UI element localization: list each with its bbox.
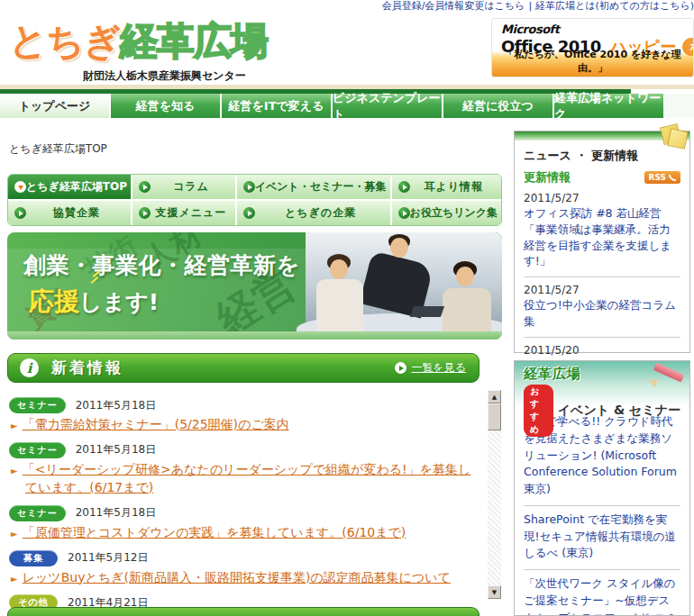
news-item: セミナー 2011年5月18日 ►「電力需給対策セミナー」(5/25開催)のご案… (9, 397, 476, 434)
arrow-bullet-icon: ► (11, 574, 18, 584)
ad-tagline: 「私たちが、Office 2010 を好きな理由。」 (492, 48, 693, 75)
tab-useful-for-management[interactable]: 経営に役立つ (443, 94, 554, 118)
site-logo[interactable]: とちぎ経革広場 (9, 16, 268, 67)
whats-new-title: 新着情報 (51, 358, 123, 378)
menu-item-event-seminar[interactable]: イベント・セミナー・募集 (237, 175, 390, 199)
microsoft-logo: Microsoft (501, 23, 693, 36)
breadcrumb: とちぎ経革広場TOP (9, 141, 107, 157)
event-link[interactable]: 「次世代ワーク スタイル像のご提案セミナー」~仮想デスクトップとユニファイド コ… (524, 575, 680, 616)
view-all-link[interactable]: 一覧を見る (411, 360, 466, 376)
sidebar-events-box: 経革広場 おすすめ イベント & セミナー 1 日で学べる!! クラウド時代を見… (514, 360, 690, 616)
update-link[interactable]: オフィス探訪 #8 若山経営「事業領域は事業継承。活力経営を目指す企業を支援しま… (524, 205, 680, 269)
whats-new-header: i 新着情報 一覧を見る (7, 353, 479, 383)
category-badge: セミナー (9, 442, 66, 458)
whats-new-list: セミナー 2011年5月18日 ►「電力需給対策セミナー」(5/25開催)のご案… (7, 387, 502, 602)
info-icon: i (20, 358, 39, 377)
update-item: 2011/5/27 役立つ!中小企業の経営コラム集 (524, 284, 680, 330)
about-site-link[interactable]: 経革広場とは(初めての方はこちら) (535, 0, 694, 12)
update-item: 2011/5/27 オフィス探訪 #8 若山経営「事業領域は事業継承。活力経営を… (524, 192, 680, 269)
news-date: 2011年5月12日 (68, 550, 148, 566)
arrow-bullet-icon: ► (11, 529, 18, 539)
section-menu-grid: とちぎ経革広場TOP コラム イベント・セミナー・募集 耳より情報 協賛企業 支… (7, 174, 502, 226)
sticky-notes-icon (657, 124, 688, 151)
hero-photo-business-people (306, 232, 502, 331)
menu-play-icon (139, 207, 151, 219)
arrow-bullet-icon: ► (11, 421, 18, 430)
divider (524, 337, 680, 338)
tab-network[interactable]: 経革広場ネットワーク (554, 94, 665, 118)
top-utility-bar: 会員登録/会員情報変更はこちら|経革広場とは(初めての方はこちら) (0, 0, 694, 13)
organization-name: 財団法人栃木県産業振興センター (83, 68, 246, 84)
scroll-up-icon[interactable]: ▲ (488, 390, 501, 403)
menu-play-icon (398, 207, 410, 219)
menu-play-icon (139, 181, 151, 193)
events-title: イベント & セミナー (558, 403, 680, 419)
menu-play-icon (243, 181, 255, 193)
tab-business-template[interactable]: ビジネステンプレート (333, 94, 443, 118)
menu-arrow-down-icon (14, 181, 26, 193)
update-info-label: 更新情報 (524, 169, 571, 186)
tab-know-management[interactable]: 経営を知る (111, 94, 222, 118)
divider (524, 505, 680, 506)
update-date: 2011/5/27 (524, 284, 680, 296)
next-section-header-cutoff (7, 607, 479, 616)
rss-icon[interactable]: RSS (644, 171, 681, 184)
scrollbar-thumb[interactable] (488, 403, 501, 430)
news-link[interactable]: 「電力需給対策セミナー」(5/25開催)のご案内 (23, 417, 289, 431)
news-date: 2011年5月18日 (76, 398, 156, 413)
news-link[interactable]: 「<リーダーシップ研修>あなたのリーダーシップで組織が変わる!」を募集しています… (23, 462, 471, 494)
menu-item-tochigi-companies[interactable]: とちぎの企業 (237, 201, 390, 225)
sidebar-news-box: ニュース ・ 更新情報 更新情報 RSS 2011/5/27 オフィス探訪 #8… (514, 131, 690, 353)
news-item: セミナー 2011年5月18日 ►「原価管理とコストダウンの実践」を募集していま… (9, 505, 476, 542)
member-register-link[interactable]: 会員登録/会員情報変更はこちら (382, 0, 525, 12)
play-circle-icon (395, 362, 406, 374)
site-logo-tochigi: とちぎ (9, 19, 120, 63)
pencil-icon (650, 363, 686, 394)
menu-play-icon (398, 181, 410, 193)
news-item: 募集 2011年5月12日 ►レッツBuyとちぎ(新商品購入・販路開拓支援事業)… (9, 550, 476, 587)
office-2010-ad-banner[interactable]: Microsoft Office 2010 ハッピー ボイス 「私たちが、Off… (491, 18, 694, 77)
hero-highlight-word: 応援 (29, 286, 79, 316)
news-date: 2011年5月18日 (76, 505, 156, 521)
news-link[interactable]: 「原価管理とコストダウンの実践」を募集しています。(6/10まで) (23, 525, 406, 539)
sidebar-events-header: 経革広場 おすすめ イベント & セミナー (515, 361, 689, 406)
menu-play-icon (243, 207, 255, 219)
site-logo-keikaku: 経革広場 (120, 19, 268, 63)
update-date: 2011/5/27 (524, 192, 680, 204)
menu-item-tips-info[interactable]: 耳より情報 (392, 175, 501, 199)
update-date: 2011/5/20 (524, 344, 680, 357)
hero-heading-line2: 応援します! (29, 285, 159, 319)
menu-item-sponsor-companies[interactable]: 協賛企業 (8, 201, 131, 225)
divider (524, 569, 680, 570)
category-badge: セミナー (9, 397, 66, 413)
tab-change-with-it[interactable]: 経営をITで変える (222, 94, 333, 118)
menu-item-top[interactable]: とちぎ経革広場TOP (8, 175, 131, 199)
news-link[interactable]: レッツBuyとちぎ(新商品購入・販路開拓支援事業)の認定商品募集について (23, 570, 451, 584)
recommend-badge: おすすめ (524, 385, 553, 437)
category-badge: セミナー (9, 505, 66, 521)
menu-item-column[interactable]: コラム (132, 175, 235, 199)
news-date: 2011年5月18日 (76, 442, 156, 457)
scrollbar-track[interactable]: ▲ ▼ (488, 390, 501, 599)
tab-top-page[interactable]: トップページ (0, 94, 111, 118)
category-badge: 募集 (9, 550, 58, 566)
news-item: セミナー 2011年5月18日 ►「<リーダーシップ研修>あなたのリーダーシップ… (9, 442, 476, 497)
hero-bottom-strip (7, 331, 502, 340)
menu-play-icon (14, 207, 26, 219)
event-link[interactable]: SharePoint で在宅勤務を実現!セキュア情報共有環境の道しるべ (東京) (524, 512, 680, 562)
menu-item-useful-links[interactable]: お役立ちリンク集 (392, 201, 501, 225)
menu-item-support-menu[interactable]: 支援メニュー (132, 201, 235, 225)
scroll-down-icon[interactable]: ▼ (488, 585, 501, 599)
main-nav-tabs: トップページ 経営を知る 経営をITで変える ビジネステンプレート 経営に役立つ… (0, 94, 694, 118)
divider (524, 276, 680, 277)
topbar-separator: | (528, 0, 532, 12)
arrow-bullet-icon: ► (11, 466, 18, 476)
update-link[interactable]: 役立つ!中小企業の経営コラム集 (524, 297, 680, 330)
hero-banner: 人材 経営 資金 技術 創業・事業化・経営革新を 応援します! (7, 232, 502, 340)
hero-heading-line1: 創業・事業化・経営革新を (23, 250, 300, 280)
